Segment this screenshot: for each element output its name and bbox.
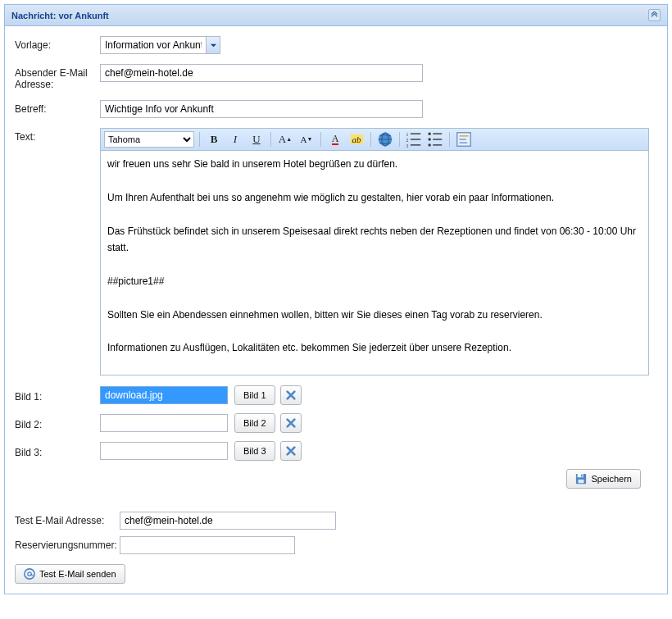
save-button[interactable]: Speichern bbox=[566, 469, 641, 489]
ordered-list-button[interactable]: 123 bbox=[405, 130, 423, 148]
message-panel: Nachricht: vor Ankunft Vorlage: Absender… bbox=[4, 4, 668, 594]
source-edit-button[interactable] bbox=[455, 130, 473, 148]
svg-point-9 bbox=[428, 132, 430, 134]
bild3-input[interactable] bbox=[100, 442, 228, 460]
svg-point-10 bbox=[428, 138, 430, 140]
label-absender: Absender E-Mail Adresse: bbox=[15, 64, 100, 90]
test-email-input[interactable] bbox=[120, 512, 336, 530]
svg-text:3: 3 bbox=[406, 143, 408, 148]
x-icon bbox=[285, 389, 297, 401]
row-bild1: Bild 1: Bild 1 bbox=[15, 385, 657, 405]
italic-button[interactable]: I bbox=[226, 130, 244, 148]
globe-icon bbox=[376, 130, 394, 148]
editor-textarea[interactable] bbox=[101, 151, 648, 372]
send-test-label: Test E-Mail senden bbox=[39, 569, 116, 579]
rich-text-editor: Tahoma B I U A▲ A▼ A ab bbox=[100, 128, 649, 375]
vorlage-trigger[interactable] bbox=[206, 37, 220, 53]
panel-header: Nachricht: vor Ankunft bbox=[5, 5, 667, 26]
row-betreff: Betreff: bbox=[15, 100, 657, 118]
row-bild3: Bild 3: Bild 3 bbox=[15, 441, 657, 461]
bild3-clear-button[interactable] bbox=[280, 441, 302, 461]
x-icon bbox=[285, 445, 297, 457]
label-bild2: Bild 2: bbox=[15, 416, 100, 430]
label-test-email: Test E-Mail Adresse: bbox=[15, 512, 120, 526]
underline-button[interactable]: U bbox=[247, 130, 266, 148]
shrink-font-button[interactable]: A▼ bbox=[297, 130, 316, 148]
separator bbox=[449, 132, 450, 147]
vorlage-input[interactable] bbox=[101, 37, 206, 53]
row-test-email: Test E-Mail Adresse: bbox=[15, 512, 657, 530]
row-vorlage: Vorlage: bbox=[15, 36, 657, 54]
bold-button[interactable]: B bbox=[205, 130, 223, 148]
bild2-clear-button[interactable] bbox=[280, 413, 302, 433]
separator bbox=[399, 132, 400, 147]
bild1-browse-button[interactable]: Bild 1 bbox=[234, 385, 275, 405]
separator bbox=[270, 132, 271, 147]
svg-text:2: 2 bbox=[406, 138, 408, 143]
row-absender: Absender E-Mail Adresse: bbox=[15, 64, 657, 90]
label-betreff: Betreff: bbox=[15, 100, 100, 115]
row-res-nr: Reservierungsnummer: bbox=[15, 536, 657, 554]
label-res-nr: Reservierungsnummer: bbox=[15, 536, 120, 551]
svg-point-23 bbox=[25, 569, 34, 579]
bild1-input[interactable] bbox=[100, 386, 228, 404]
bild3-browse-button[interactable]: Bild 3 bbox=[234, 441, 275, 461]
x-icon bbox=[285, 417, 297, 429]
collapse-button[interactable] bbox=[648, 9, 661, 21]
vorlage-combo[interactable] bbox=[100, 36, 220, 54]
back-color-button[interactable]: ab bbox=[347, 130, 366, 148]
chevron-up-icon bbox=[651, 11, 658, 19]
absender-input[interactable] bbox=[100, 64, 423, 82]
separator bbox=[370, 132, 371, 147]
separator bbox=[320, 132, 321, 147]
save-label: Speichern bbox=[591, 474, 632, 484]
floppy-icon bbox=[575, 473, 587, 485]
row-bild2: Bild 2: Bild 2 bbox=[15, 413, 657, 433]
bild2-browse-button[interactable]: Bild 2 bbox=[234, 413, 275, 433]
svg-point-11 bbox=[428, 143, 430, 146]
separator bbox=[199, 132, 200, 147]
label-text: Text: bbox=[15, 128, 100, 143]
link-button[interactable] bbox=[376, 130, 394, 148]
res-nr-input[interactable] bbox=[120, 536, 295, 554]
svg-point-24 bbox=[28, 572, 31, 576]
row-text: Text: Tahoma B I U A▲ A▼ A ab bbox=[15, 128, 657, 375]
bild2-input[interactable] bbox=[100, 414, 228, 432]
bild1-clear-button[interactable] bbox=[280, 385, 302, 405]
panel-body: Vorlage: Absender E-Mail Adresse: Betref… bbox=[5, 26, 667, 594]
label-bild3: Bild 3: bbox=[15, 444, 100, 458]
editor-toolbar: Tahoma B I U A▲ A▼ A ab bbox=[101, 129, 648, 151]
panel-title: Nachricht: vor Ankunft bbox=[11, 11, 109, 20]
betreff-input[interactable] bbox=[100, 100, 423, 118]
send-test-email-button[interactable]: Test E-Mail senden bbox=[15, 564, 125, 584]
chevron-down-icon bbox=[210, 42, 217, 49]
font-family-select[interactable]: Tahoma bbox=[104, 131, 194, 148]
svg-rect-22 bbox=[581, 475, 583, 477]
fore-color-button[interactable]: A bbox=[326, 130, 344, 148]
ol-icon: 123 bbox=[405, 130, 423, 148]
svg-rect-21 bbox=[579, 480, 584, 483]
ul-icon bbox=[426, 130, 444, 148]
label-bild1: Bild 1: bbox=[15, 388, 100, 403]
grow-font-button[interactable]: A▲ bbox=[276, 130, 294, 148]
at-icon bbox=[24, 568, 35, 580]
source-icon bbox=[455, 130, 473, 148]
label-vorlage: Vorlage: bbox=[15, 36, 100, 51]
svg-text:1: 1 bbox=[406, 132, 408, 137]
unordered-list-button[interactable] bbox=[426, 130, 444, 148]
save-row: Speichern bbox=[15, 469, 657, 489]
